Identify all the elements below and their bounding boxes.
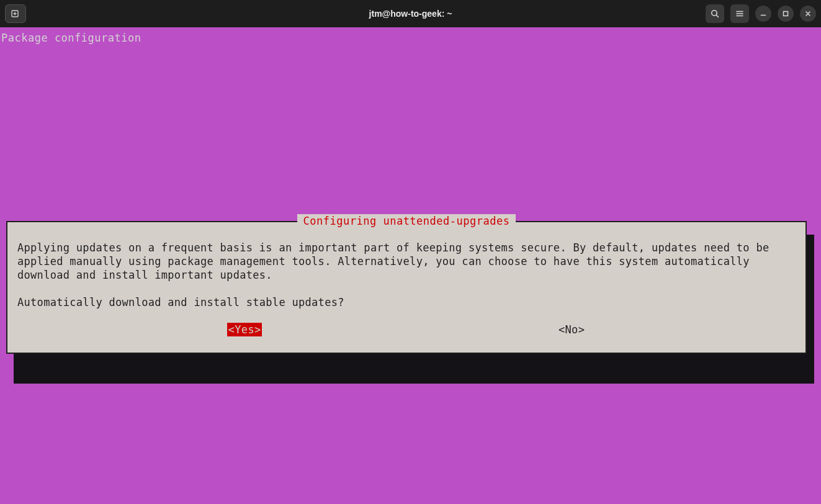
maximize-button[interactable] <box>778 6 794 22</box>
terminal-area[interactable]: Package configuration Configuring unatte… <box>0 27 821 504</box>
new-tab-button[interactable] <box>5 4 26 23</box>
hamburger-menu-button[interactable] <box>730 4 749 23</box>
svg-rect-2 <box>784 12 788 16</box>
dialog-body: Applying updates on a frequent basis is … <box>7 222 805 353</box>
search-button[interactable] <box>706 4 724 23</box>
hamburger-icon <box>735 9 745 19</box>
yes-button[interactable]: <Yes> <box>227 323 262 336</box>
package-config-heading: Package configuration <box>0 27 821 45</box>
close-button[interactable] <box>800 6 816 22</box>
dialog-question: Automatically download and install stabl… <box>17 295 796 309</box>
dialog-box: Configuring unattended-upgrades Applying… <box>6 221 807 354</box>
minimize-button[interactable] <box>755 6 771 22</box>
maximize-icon <box>781 9 790 18</box>
titlebar-left <box>5 4 26 23</box>
minimize-icon <box>759 9 768 18</box>
titlebar-right <box>706 4 816 23</box>
dialog-title: Configuring unattended-upgrades <box>297 214 516 228</box>
dialog-paragraph: Applying updates on a frequent basis is … <box>17 241 796 282</box>
dialog-buttons: <Yes> <No> <box>17 323 796 336</box>
window-title: jtm@how-to-geek: ~ <box>369 9 452 19</box>
window-titlebar: jtm@how-to-geek: ~ <box>0 0 821 27</box>
search-icon <box>710 9 720 19</box>
no-button[interactable]: <No> <box>557 323 586 336</box>
new-tab-icon <box>11 9 20 19</box>
close-icon <box>804 9 812 18</box>
